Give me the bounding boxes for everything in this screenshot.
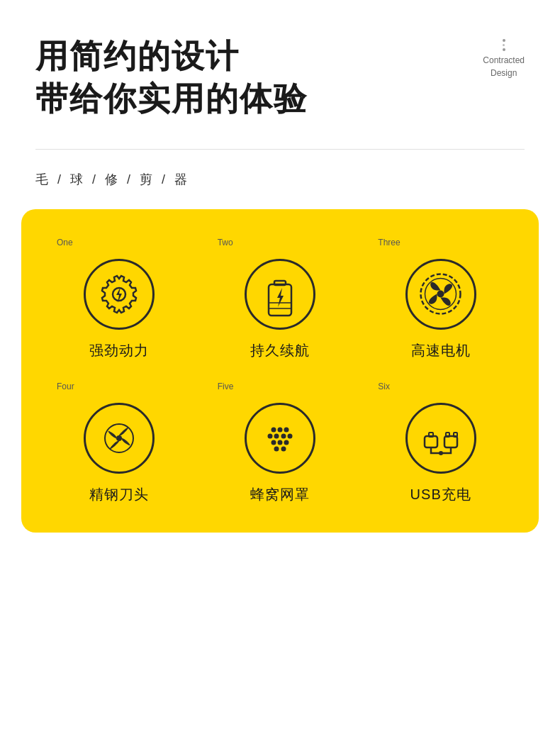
svg-point-27 <box>439 451 443 455</box>
icon-battery-lightning <box>245 259 315 330</box>
svg-point-11 <box>277 427 282 432</box>
feature-item-5: Five <box>203 382 357 504</box>
feature-number-3: Three <box>378 238 400 247</box>
section-divider <box>35 149 525 150</box>
svg-rect-23 <box>429 433 433 437</box>
svg-point-16 <box>287 433 292 438</box>
feature-number-4: Four <box>57 382 74 391</box>
svg-rect-22 <box>425 436 437 447</box>
svg-rect-24 <box>444 436 457 447</box>
svg-rect-26 <box>454 433 457 437</box>
feature-number-5: Five <box>218 382 234 391</box>
svg-point-7 <box>437 291 444 298</box>
icon-honeycomb <box>245 403 315 474</box>
feature-item-4: Four <box>43 382 196 504</box>
svg-rect-25 <box>446 433 449 437</box>
feature-label-4: 精钢刀头 <box>89 485 149 504</box>
features-grid: One 强劲动力 Two <box>43 238 517 504</box>
feature-label-3: 高速电机 <box>411 341 471 360</box>
svg-point-9 <box>116 435 122 441</box>
page-title: 用简约的设计 带给你实用的体验 <box>35 35 525 121</box>
svg-point-13 <box>267 433 272 438</box>
product-subtitle: 毛 / 球 / 修 / 剪 / 器 <box>0 164 560 202</box>
feature-number-2: Two <box>218 238 233 247</box>
svg-point-10 <box>271 427 276 432</box>
svg-point-17 <box>271 440 276 445</box>
feature-number-6: Six <box>378 382 390 391</box>
icon-blade <box>84 403 155 474</box>
feature-label-1: 强劲动力 <box>89 341 149 360</box>
dot-3 <box>503 48 505 51</box>
icon-gear-lightning <box>84 259 155 330</box>
feature-item-1: One 强劲动力 <box>43 238 196 360</box>
feature-label-5: 蜂窝网罩 <box>250 485 310 504</box>
page-wrapper: 用简约的设计 带给你实用的体验 Contracted Design 毛 / 球 … <box>0 0 560 746</box>
feature-label-2: 持久续航 <box>250 341 310 360</box>
features-card: One 强劲动力 Two <box>21 209 539 533</box>
svg-point-19 <box>284 440 289 445</box>
feature-item-3: Three 高速电 <box>364 238 517 360</box>
contracted-design-label: Contracted Design <box>483 39 525 79</box>
dot-2 <box>503 44 505 46</box>
feature-label-6: USB充电 <box>410 485 471 504</box>
icon-fan-circle <box>405 259 476 330</box>
icon-usb <box>405 403 476 474</box>
svg-rect-2 <box>274 281 286 285</box>
decorative-dots <box>483 39 525 51</box>
svg-point-14 <box>274 433 279 438</box>
svg-point-12 <box>284 427 289 432</box>
feature-item-6: Six <box>364 382 517 504</box>
svg-point-18 <box>277 440 282 445</box>
feature-item-2: Two 持久续航 <box>203 238 357 360</box>
svg-point-20 <box>274 446 279 451</box>
feature-number-1: One <box>57 238 73 247</box>
header-section: 用简约的设计 带给你实用的体验 Contracted Design <box>0 0 560 135</box>
svg-point-15 <box>281 433 286 438</box>
dot-1 <box>503 39 505 42</box>
svg-point-21 <box>281 446 286 451</box>
